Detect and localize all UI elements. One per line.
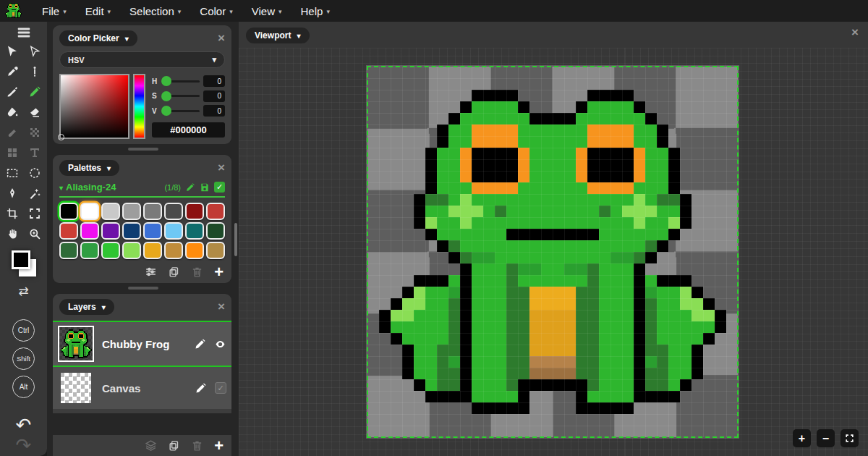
palette-swatch-c08c3a[interactable] bbox=[164, 242, 183, 259]
palette-swatch-cd3e36[interactable] bbox=[59, 222, 78, 240]
palette-swatch-7a7a7a[interactable] bbox=[143, 203, 162, 220]
zoom-in-button[interactable]: + bbox=[793, 429, 811, 447]
canvas-layer-checkbox[interactable]: ✓ bbox=[215, 382, 226, 394]
collapse-caret-icon[interactable]: ▾ bbox=[59, 184, 63, 192]
s-value-input[interactable]: 0 bbox=[203, 90, 225, 102]
close-icon[interactable]: × bbox=[218, 302, 225, 312]
palette-swatch-ff8c0d[interactable] bbox=[185, 242, 204, 259]
close-icon[interactable]: × bbox=[218, 33, 225, 43]
close-icon[interactable]: × bbox=[851, 28, 859, 38]
dither-tool-icon[interactable] bbox=[25, 123, 45, 142]
cursor-alt-tool-icon[interactable] bbox=[25, 42, 45, 61]
ctrl-key-button[interactable]: Ctrl bbox=[12, 319, 35, 342]
shapes-tool-icon[interactable] bbox=[3, 143, 22, 162]
smudge-tool-icon[interactable] bbox=[3, 123, 22, 142]
palette-swatch-6e12a8[interactable] bbox=[101, 222, 120, 240]
color-mode-select[interactable]: HSV ▾ bbox=[59, 51, 225, 68]
save-palette-icon[interactable] bbox=[200, 182, 210, 193]
drawing-canvas[interactable] bbox=[367, 67, 738, 437]
palette-swatch-6fc8f5[interactable] bbox=[164, 222, 183, 240]
palette-name[interactable]: ▾Aliasing-24 bbox=[59, 182, 160, 193]
rename-layer-icon[interactable] bbox=[195, 382, 207, 394]
panel-resize-handle[interactable] bbox=[128, 148, 158, 151]
palette-enabled-checkbox[interactable]: ✓ bbox=[214, 182, 225, 193]
palette-swatch-ffffff[interactable] bbox=[80, 203, 99, 220]
palette-swatch-c13a34[interactable] bbox=[206, 203, 225, 220]
text-tool-icon[interactable] bbox=[25, 143, 45, 162]
palette-swatch-ef0fef[interactable] bbox=[80, 222, 99, 240]
s-slider[interactable] bbox=[162, 95, 200, 97]
menu-item-edit[interactable]: Edit▾ bbox=[85, 5, 111, 17]
fill-bucket-tool-icon[interactable] bbox=[3, 103, 22, 122]
hamburger-menu-icon[interactable] bbox=[12, 25, 36, 41]
palette-swatch-000000[interactable] bbox=[59, 203, 78, 220]
zoom-out-button[interactable]: − bbox=[817, 429, 835, 447]
palette-swatch-4b4b4b[interactable] bbox=[164, 203, 183, 220]
delete-layer-icon[interactable] bbox=[191, 439, 203, 452]
v-slider[interactable] bbox=[162, 110, 200, 112]
palette-swatch-9d9d9d[interactable] bbox=[122, 203, 141, 220]
hex-color-input[interactable]: #000000 bbox=[152, 122, 225, 138]
pan-hand-tool-icon[interactable] bbox=[3, 224, 22, 243]
viewport-panel-selector[interactable]: Viewport ▾ bbox=[246, 28, 310, 43]
magic-wand-tool-icon[interactable] bbox=[25, 184, 45, 203]
eyedropper-tool-icon[interactable] bbox=[3, 62, 22, 81]
brush-tool-icon[interactable] bbox=[3, 83, 22, 101]
select-cursor-tool-icon[interactable] bbox=[3, 42, 22, 61]
menu-item-help[interactable]: Help▾ bbox=[301, 5, 330, 17]
h-slider-knob[interactable] bbox=[161, 76, 171, 86]
layer-visibility-icon[interactable] bbox=[214, 338, 226, 350]
rename-layer-icon[interactable] bbox=[194, 338, 206, 350]
pen-tool-icon[interactable] bbox=[3, 184, 22, 203]
palette-swatch-8ade55[interactable] bbox=[122, 242, 141, 259]
palettes-panel-selector[interactable]: Palettes ▾ bbox=[59, 160, 119, 176]
sv-cursor[interactable] bbox=[58, 134, 64, 140]
add-palette-icon[interactable]: + bbox=[214, 266, 224, 278]
palette-swatch-3c70d5[interactable] bbox=[143, 222, 162, 240]
palette-swatch-2f9e41[interactable] bbox=[80, 242, 99, 259]
panel-resize-handle[interactable] bbox=[128, 287, 158, 290]
edit-palette-icon[interactable] bbox=[185, 182, 195, 193]
palette-swatch-0f6c6c[interactable] bbox=[185, 222, 204, 240]
redo-icon[interactable]: ↷ bbox=[16, 437, 32, 453]
panel-scrollbar[interactable] bbox=[234, 223, 237, 256]
pencil-tool-icon[interactable] bbox=[25, 83, 45, 101]
h-slider[interactable] bbox=[162, 80, 200, 83]
eraser-tool-icon[interactable] bbox=[25, 103, 45, 122]
crop-tool-icon[interactable] bbox=[3, 204, 22, 223]
palette-swatch-1d4a28[interactable] bbox=[206, 222, 225, 240]
fit-screen-button[interactable] bbox=[841, 429, 859, 447]
layer-row-chubby-frog[interactable]: Chubby Frog bbox=[53, 321, 231, 367]
menu-item-file[interactable]: File▾ bbox=[42, 5, 67, 17]
close-icon[interactable]: × bbox=[218, 163, 225, 173]
primary-color-swatch[interactable] bbox=[12, 250, 30, 269]
s-slider-knob[interactable] bbox=[161, 91, 171, 101]
undo-icon[interactable]: ↶ bbox=[16, 417, 32, 433]
menu-item-color[interactable]: Color▾ bbox=[200, 5, 232, 17]
menu-item-selection[interactable]: Selection▾ bbox=[129, 5, 181, 17]
h-value-input[interactable]: 0 bbox=[203, 75, 225, 87]
duplicate-palette-icon[interactable] bbox=[168, 266, 180, 278]
color-picker-panel-selector[interactable]: Color Picker ▾ bbox=[59, 30, 137, 46]
palette-swatch-8c1111[interactable] bbox=[185, 203, 204, 220]
v-slider-knob[interactable] bbox=[161, 106, 171, 116]
fit-selection-tool-icon[interactable] bbox=[25, 204, 45, 223]
select-rect-tool-icon[interactable] bbox=[3, 164, 22, 182]
saturation-value-box[interactable] bbox=[59, 74, 129, 139]
palette-swatch-e8a81c[interactable] bbox=[143, 242, 162, 259]
color-swatch-stack[interactable] bbox=[10, 250, 38, 278]
merge-layers-icon[interactable] bbox=[145, 439, 157, 452]
palette-swatch-b08b46[interactable] bbox=[206, 242, 225, 259]
duplicate-layer-icon[interactable] bbox=[168, 439, 180, 452]
viewport[interactable]: Viewport ▾ × + − bbox=[239, 22, 868, 456]
v-value-input[interactable]: 0 bbox=[203, 105, 225, 117]
palette-swatch-2fc532[interactable] bbox=[101, 242, 120, 259]
alt-key-button[interactable]: Alt bbox=[12, 376, 35, 398]
shift-key-button[interactable]: Shift bbox=[12, 347, 35, 370]
palette-settings-icon[interactable] bbox=[145, 266, 157, 278]
menu-item-view[interactable]: View▾ bbox=[252, 5, 282, 17]
layers-panel-selector[interactable]: Layers ▾ bbox=[59, 299, 114, 315]
delete-palette-icon[interactable] bbox=[191, 266, 203, 278]
swap-colors-icon[interactable]: ⇄ bbox=[18, 284, 28, 299]
hue-bar[interactable] bbox=[133, 74, 145, 139]
